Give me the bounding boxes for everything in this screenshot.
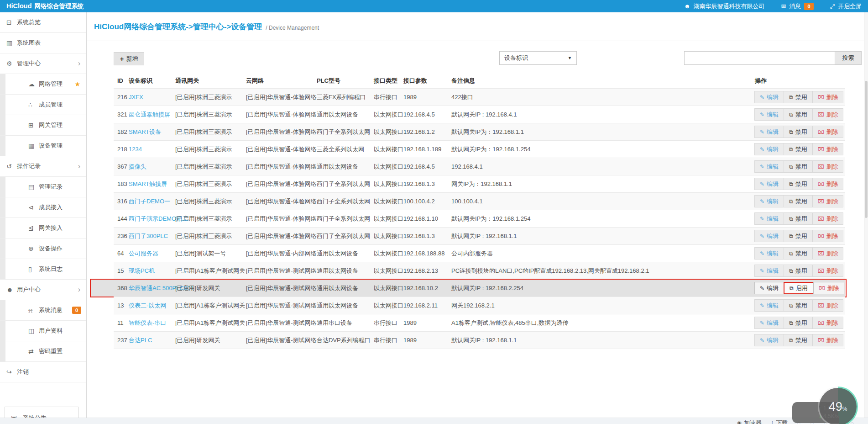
cell: [已启用]华辰智通-测试网络: [246, 267, 317, 275]
edit-button[interactable]: ✎编辑: [754, 282, 784, 294]
toggle-button[interactable]: ⧉禁用: [784, 195, 813, 207]
search-input[interactable]: [684, 51, 835, 65]
toggle-button[interactable]: ⧉禁用: [784, 334, 813, 346]
table-row-237: 237台达PLC[已启用]研发网关[已启用]华辰智通-测试网络台达DVP系列编程…: [114, 331, 845, 349]
delete-button[interactable]: ⌧删除: [812, 299, 844, 312]
cell: 64: [117, 250, 129, 257]
sidebar-item-1[interactable]: ▥系统图表: [0, 33, 86, 53]
device-name-link[interactable]: 西门子300PLC: [129, 233, 168, 239]
delete-button[interactable]: ⌧删除: [813, 282, 845, 294]
delete-button-icon: ⌧: [818, 164, 824, 170]
fullscreen-button[interactable]: ⤢ 开启全屏: [830, 2, 862, 11]
sidebar-item-9[interactable]: ⊲成员接入: [0, 197, 86, 218]
sidebar-item-5[interactable]: ⊞网关管理: [0, 115, 86, 136]
company-menu[interactable]: ☻ 湖南华辰智通科技有限公司: [684, 2, 765, 11]
delete-button-label: 删除: [826, 319, 838, 327]
cell: 三菱全系列以太网: [317, 145, 374, 154]
sidebar-item-17[interactable]: ↪注销: [0, 362, 86, 382]
edit-button[interactable]: ✎编辑: [754, 91, 784, 103]
toggle-button[interactable]: ⧉禁用: [784, 91, 813, 103]
delete-button[interactable]: ⌧删除: [812, 265, 844, 277]
toggle-button[interactable]: ⧉禁用: [784, 317, 813, 329]
edit-button[interactable]: ✎编辑: [754, 195, 784, 207]
delete-button[interactable]: ⌧删除: [812, 126, 844, 138]
sidebar-item-12[interactable]: ▯系统日志: [0, 259, 86, 280]
scrollbar-thumb[interactable]: [865, 81, 868, 218]
delete-button[interactable]: ⌧删除: [812, 143, 844, 155]
device-name-link[interactable]: 摄像头: [129, 163, 146, 170]
cell: [已启用]株洲三菱演示: [175, 111, 246, 119]
toggle-button[interactable]: ⧉禁用: [784, 212, 813, 225]
edit-button[interactable]: ✎编辑: [754, 212, 784, 225]
toggle-button-label: 禁用: [795, 163, 807, 171]
delete-button[interactable]: ⌧删除: [812, 334, 844, 346]
sidebar-item-13[interactable]: ☻用户中心›: [0, 280, 86, 300]
edit-button[interactable]: ✎编辑: [754, 299, 784, 312]
device-name-link[interactable]: SMART设备: [129, 128, 161, 135]
bottom-tool-0[interactable]: ◈加速器: [737, 419, 762, 424]
edit-button[interactable]: ✎编辑: [754, 247, 784, 260]
device-name-link[interactable]: 西门子DEMO一: [129, 198, 170, 205]
device-name-link[interactable]: JXFX: [129, 94, 143, 101]
device-filter-select[interactable]: 设备标识 ▼: [499, 51, 577, 65]
edit-button[interactable]: ✎编辑: [754, 265, 784, 277]
sidebar-item-15[interactable]: ◫用户资料: [0, 321, 86, 341]
toggle-button[interactable]: ⧉启用: [784, 282, 814, 294]
device-name-link[interactable]: 昆仑通泰触摸屏: [129, 111, 170, 118]
edit-button[interactable]: ✎编辑: [754, 334, 784, 346]
device-name-link[interactable]: 1234: [129, 146, 142, 153]
edit-button[interactable]: ✎编辑: [754, 143, 784, 155]
delete-button[interactable]: ⌧删除: [812, 247, 844, 260]
delete-button[interactable]: ⌧删除: [812, 195, 844, 207]
toggle-button[interactable]: ⧉禁用: [784, 230, 813, 242]
edit-button[interactable]: ✎编辑: [754, 108, 784, 121]
device-name-link[interactable]: 智能仪表-串口: [129, 319, 166, 326]
sidebar-item-2[interactable]: ⚙管理中心›: [0, 53, 86, 74]
add-button[interactable]: + 新增: [114, 52, 144, 65]
edit-button[interactable]: ✎编辑: [754, 178, 784, 190]
delete-button[interactable]: ⌧删除: [812, 108, 844, 121]
sidebar-item-4[interactable]: ∴成员管理: [0, 95, 86, 115]
cell-device-name: 西门子DEMO一: [129, 197, 175, 206]
delete-button[interactable]: ⌧删除: [812, 212, 844, 225]
sidebar-item-7[interactable]: ↺操作记录›: [0, 156, 86, 177]
delete-button[interactable]: ⌧删除: [812, 178, 844, 190]
edit-button[interactable]: ✎编辑: [754, 230, 784, 242]
device-name-link[interactable]: 公司服务器: [129, 250, 158, 257]
toggle-button[interactable]: ⧉禁用: [784, 265, 813, 277]
search-button[interactable]: 搜索: [835, 51, 862, 65]
toggle-button[interactable]: ⧉禁用: [784, 178, 813, 190]
toggle-button[interactable]: ⧉禁用: [784, 247, 813, 260]
device-name-link[interactable]: 仪表二-以太网: [129, 302, 166, 309]
sidebar-item-3[interactable]: ☁网络管理★: [0, 74, 86, 95]
device-name-link[interactable]: 台达PLC: [129, 337, 152, 344]
sidebar-item-6[interactable]: ▦设备管理: [0, 136, 86, 156]
device-name-link[interactable]: SMART触摸屏: [129, 180, 167, 187]
toggle-button[interactable]: ⧉禁用: [784, 108, 813, 121]
sidebar-item-8[interactable]: ▤管理记录: [0, 177, 86, 197]
cell: 串行接口: [374, 319, 403, 327]
edit-button[interactable]: ✎编辑: [754, 160, 784, 173]
sidebar-item-10[interactable]: ⊴网关接入: [0, 218, 86, 238]
bottom-tool-1[interactable]: ↑下载: [771, 419, 788, 424]
delete-button[interactable]: ⌧删除: [812, 91, 844, 103]
delete-button[interactable]: ⌧删除: [812, 230, 844, 242]
sidebar-item-14[interactable]: ⍾系统消息0: [0, 300, 86, 321]
sidebar-item-16[interactable]: ⇄密码重置: [0, 341, 86, 362]
edit-button[interactable]: ✎编辑: [754, 317, 784, 329]
usage-gauge-widget[interactable]: 49 %: [818, 387, 858, 424]
toggle-button[interactable]: ⧉禁用: [784, 126, 813, 138]
toggle-button[interactable]: ⧉禁用: [784, 299, 813, 312]
device-name-link[interactable]: 现场PC机: [129, 267, 155, 274]
messages-menu[interactable]: ✉ 消息 0: [781, 2, 814, 11]
delete-button[interactable]: ⌧删除: [812, 160, 844, 173]
history-icon: ↺: [6, 163, 17, 170]
sidebar-item-11[interactable]: ⊕设备操作: [0, 238, 86, 259]
edit-button[interactable]: ✎编辑: [754, 126, 784, 138]
column-header-0: ID: [117, 77, 129, 84]
toggle-button[interactable]: ⧉禁用: [784, 143, 813, 155]
edit-button-label: 编辑: [767, 93, 779, 101]
toggle-button[interactable]: ⧉禁用: [784, 160, 813, 173]
delete-button[interactable]: ⌧删除: [812, 317, 844, 329]
sidebar-item-0[interactable]: ⊡系统总览: [0, 12, 86, 33]
